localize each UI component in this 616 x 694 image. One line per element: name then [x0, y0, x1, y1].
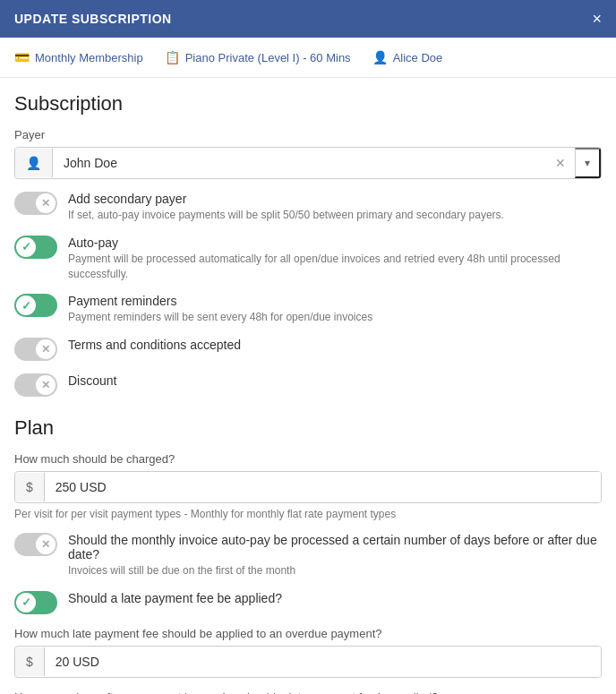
toggle-secondary-payer-content: Add secondary payer If set, auto-pay inv…: [68, 192, 602, 223]
payer-input[interactable]: [53, 148, 546, 178]
x-icon: ✕: [41, 343, 50, 356]
charge-hint: Per visit for per visit payment types - …: [14, 508, 602, 520]
toggle-auto-pay-due-switch[interactable]: ✕: [14, 533, 57, 556]
toggle-payment-reminders-switch[interactable]: ✓: [14, 294, 57, 317]
subscription-title: Subscription: [14, 92, 602, 116]
toggle-secondary-payer: ✕ Add secondary payer If set, auto-pay i…: [14, 192, 602, 223]
payer-clear-button[interactable]: ✕: [546, 149, 575, 177]
toggle-terms: ✕ Terms and conditions accepted: [14, 338, 602, 361]
toggle-discount-label: Discount: [68, 373, 602, 388]
modal-header: UPDATE SUBSCRIPTION ×: [0, 0, 616, 38]
toggle-payment-reminders-label: Payment reminders: [68, 294, 602, 308]
check-icon: ✓: [21, 299, 31, 313]
check-icon: ✓: [21, 240, 31, 253]
toggle-auto-pay-due: ✕ Should the monthly invoice auto-pay be…: [14, 533, 602, 578]
breadcrumb-bar: 💳 Monthly Membership 📋 Piano Private (Le…: [0, 38, 616, 78]
toggle-late-fee-switch[interactable]: ✓: [14, 591, 57, 614]
toggle-auto-pay-desc: Payment will be processed automatically …: [68, 252, 602, 282]
breadcrumb-membership-label: Monthly Membership: [35, 51, 143, 64]
late-fee-amount-input[interactable]: [45, 647, 601, 677]
x-icon: ✕: [41, 379, 50, 391]
toggle-secondary-payer-desc: If set, auto-pay invoice payments will b…: [68, 208, 602, 223]
payer-input-wrapper: 👤 ✕ ▾: [14, 147, 602, 179]
toggle-terms-label: Terms and conditions accepted: [68, 338, 602, 352]
toggle-auto-pay-content: Auto-pay Payment will be processed autom…: [68, 236, 602, 282]
toggle-auto-pay-label: Auto-pay: [68, 236, 602, 250]
toggle-discount-content: Discount: [68, 373, 602, 390]
toggle-terms-switch[interactable]: ✕: [14, 338, 57, 361]
main-content: Subscription Payer 👤 ✕ ▾ ✕ Add secondary…: [0, 78, 616, 694]
plan-section: Plan How much should be charged? $ Per v…: [14, 416, 602, 694]
toggle-secondary-payer-switch[interactable]: ✕: [14, 192, 57, 215]
toggle-payment-reminders-content: Payment reminders Payment reminders will…: [68, 294, 602, 325]
dollar-icon-2: $: [15, 647, 45, 676]
person-icon: 👤: [372, 50, 388, 64]
toggle-auto-pay-due-label: Should the monthly invoice auto-pay be p…: [68, 533, 602, 561]
x-icon: ✕: [41, 538, 50, 551]
dollar-icon: $: [15, 473, 45, 501]
toggle-late-fee: ✓ Should a late payment fee be applied?: [14, 591, 602, 614]
toggle-late-fee-label: Should a late payment fee be applied?: [68, 591, 602, 605]
late-fee-amount-label: How much late payment fee should be appl…: [14, 627, 602, 640]
toggle-auto-pay-due-content: Should the monthly invoice auto-pay be p…: [68, 533, 602, 578]
toggle-terms-content: Terms and conditions accepted: [68, 338, 602, 354]
toggle-secondary-payer-label: Add secondary payer: [68, 192, 602, 206]
charge-input-wrapper: $: [14, 471, 602, 503]
payer-label: Payer: [14, 128, 602, 141]
late-fee-days-label: How many days after a payment is overdue…: [14, 690, 602, 694]
x-icon: ✕: [41, 197, 50, 210]
charge-label: How much should be charged?: [14, 452, 602, 466]
late-fee-amount-input-wrapper: $: [14, 646, 602, 678]
toggle-discount-switch[interactable]: ✕: [14, 373, 57, 397]
toggle-auto-pay-switch[interactable]: ✓: [14, 236, 57, 259]
card-icon: 💳: [14, 50, 30, 64]
breadcrumb-user-label: Alice Doe: [393, 51, 443, 64]
charge-input[interactable]: [45, 472, 601, 502]
plan-title: Plan: [14, 416, 602, 440]
modal-title: UPDATE SUBSCRIPTION: [14, 12, 172, 26]
check-icon: ✓: [21, 595, 31, 609]
document-icon: 📋: [165, 50, 180, 64]
close-button[interactable]: ×: [592, 11, 602, 27]
toggle-auto-pay-due-desc: Invoices will still be due on the first …: [68, 563, 602, 578]
breadcrumb-lesson[interactable]: 📋 Piano Private (Level I) - 60 Mins: [165, 50, 351, 64]
breadcrumb-lesson-label: Piano Private (Level I) - 60 Mins: [185, 51, 351, 64]
toggle-payment-reminders: ✓ Payment reminders Payment reminders wi…: [14, 294, 602, 325]
payer-icon: 👤: [15, 149, 53, 177]
toggle-payment-reminders-desc: Payment reminders will be sent every 48h…: [68, 310, 602, 325]
breadcrumb-membership[interactable]: 💳 Monthly Membership: [14, 50, 143, 64]
toggle-auto-pay: ✓ Auto-pay Payment will be processed aut…: [14, 236, 602, 282]
toggle-late-fee-content: Should a late payment fee be applied?: [68, 591, 602, 607]
toggle-discount: ✕ Discount: [14, 373, 602, 397]
breadcrumb-user[interactable]: 👤 Alice Doe: [372, 50, 443, 64]
payer-dropdown-button[interactable]: ▾: [575, 148, 601, 178]
